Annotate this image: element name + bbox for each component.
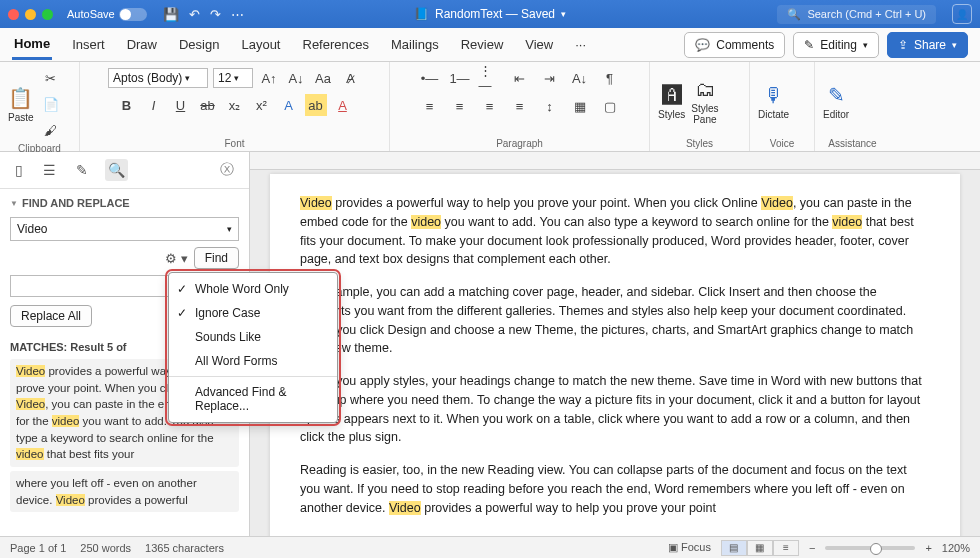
italic-button[interactable]: I — [143, 94, 165, 116]
redo-icon[interactable]: ↷ — [210, 7, 221, 22]
paragraph[interactable]: When you apply styles, your headings cha… — [300, 372, 930, 447]
editor-button[interactable]: ✎Editor — [823, 83, 849, 120]
line-spacing-icon[interactable]: ↕ — [539, 95, 561, 117]
editor-icon: ✎ — [828, 83, 845, 107]
menu-sounds-like[interactable]: Sounds Like — [169, 325, 337, 349]
menu-whole-word[interactable]: Whole Word Only — [169, 277, 337, 301]
thumbnails-icon[interactable]: ▯ — [12, 159, 26, 181]
search-tab-icon[interactable]: 🔍 — [105, 159, 128, 181]
menu-ignore-case[interactable]: Ignore Case — [169, 301, 337, 325]
editing-mode-button[interactable]: ✎Editing▾ — [793, 32, 879, 58]
document-page[interactable]: Video provides a powerful way to help yo… — [270, 174, 960, 536]
tab-layout[interactable]: Layout — [239, 31, 282, 58]
close-pane-icon[interactable]: ⓧ — [217, 158, 237, 182]
shading-icon[interactable]: ▦ — [569, 95, 591, 117]
minimize-window-icon[interactable] — [25, 9, 36, 20]
share-button[interactable]: ⇪Share▾ — [887, 32, 968, 58]
bold-button[interactable]: B — [116, 94, 138, 116]
zoom-value[interactable]: 120% — [942, 542, 970, 554]
search-box[interactable]: 🔍 Search (Cmd + Ctrl + U) — [777, 5, 936, 24]
cut-icon[interactable]: ✂ — [40, 67, 62, 89]
clear-formatting-icon[interactable]: A̷ — [339, 67, 361, 89]
styles-pane-icon: 🗂 — [695, 78, 715, 101]
styles-pane-button[interactable]: 🗂Styles Pane — [691, 78, 718, 125]
toggle-switch-icon[interactable] — [119, 8, 147, 21]
decrease-indent-icon[interactable]: ⇤ — [509, 67, 531, 89]
tab-insert[interactable]: Insert — [70, 31, 107, 58]
shrink-font-icon[interactable]: A↓ — [285, 67, 307, 89]
borders-icon[interactable]: ▢ — [599, 95, 621, 117]
zoom-in-icon[interactable]: + — [925, 542, 931, 554]
web-layout-view-icon[interactable]: ▦ — [747, 540, 773, 556]
show-marks-icon[interactable]: ¶ — [599, 67, 621, 89]
outline-view-icon[interactable]: ≡ — [773, 540, 799, 556]
find-button[interactable]: Find — [194, 247, 239, 269]
ruler[interactable] — [250, 152, 980, 170]
replace-all-button[interactable]: Replace All — [10, 305, 92, 327]
zoom-out-icon[interactable]: − — [809, 542, 815, 554]
tab-mailings[interactable]: Mailings — [389, 31, 441, 58]
grow-font-icon[interactable]: A↑ — [258, 67, 280, 89]
status-chars[interactable]: 1365 characters — [145, 542, 224, 554]
dictate-button[interactable]: 🎙Dictate — [758, 84, 789, 120]
subscript-icon[interactable]: x₂ — [224, 94, 246, 116]
zoom-slider[interactable] — [825, 546, 915, 550]
format-painter-icon[interactable]: 🖌 — [40, 119, 62, 141]
document-title[interactable]: 📘 RandomText — Saved ▾ — [414, 7, 566, 21]
status-page[interactable]: Page 1 of 1 — [10, 542, 66, 554]
superscript-icon[interactable]: x² — [251, 94, 273, 116]
titlebar: AutoSave 💾 ↶ ↷ ⋯ 📘 RandomText — Saved ▾ … — [0, 0, 980, 28]
tab-home[interactable]: Home — [12, 30, 52, 60]
close-window-icon[interactable] — [8, 9, 19, 20]
align-left-icon[interactable]: ≡ — [419, 95, 441, 117]
align-right-icon[interactable]: ≡ — [479, 95, 501, 117]
menu-all-word-forms[interactable]: All Word Forms — [169, 349, 337, 373]
bullets-icon[interactable]: •— — [419, 67, 441, 89]
paste-button[interactable]: 📋Paste — [8, 86, 34, 123]
find-input[interactable]: Video ▾ — [10, 217, 239, 241]
justify-icon[interactable]: ≡ — [509, 95, 531, 117]
paragraph[interactable]: For example, you can add a matching cove… — [300, 283, 930, 358]
tab-design[interactable]: Design — [177, 31, 221, 58]
paragraph[interactable]: Reading is easier, too, in the new Readi… — [300, 461, 930, 517]
tab-view[interactable]: View — [523, 31, 555, 58]
comments-button[interactable]: 💬Comments — [684, 32, 785, 58]
copy-icon[interactable]: 📄 — [40, 93, 62, 115]
maximize-window-icon[interactable] — [42, 9, 53, 20]
share-icon: ⇪ — [898, 38, 908, 52]
text-effects-icon[interactable]: A — [278, 94, 300, 116]
pencil-icon: ✎ — [804, 38, 814, 52]
result-item[interactable]: where you left off - even on another dev… — [10, 471, 239, 512]
font-color-icon[interactable]: A — [332, 94, 354, 116]
styles-button[interactable]: 🅰Styles — [658, 84, 685, 120]
save-icon[interactable]: 💾 — [163, 7, 179, 22]
align-center-icon[interactable]: ≡ — [449, 95, 471, 117]
numbering-icon[interactable]: 1— — [449, 67, 471, 89]
strikethrough-button[interactable]: ab — [197, 94, 219, 116]
font-name-select[interactable]: Aptos (Body)▾ — [108, 68, 208, 88]
tab-references[interactable]: References — [301, 31, 371, 58]
find-options-gear-icon[interactable]: ⚙ ▾ — [165, 251, 188, 266]
increase-indent-icon[interactable]: ⇥ — [539, 67, 561, 89]
menu-advanced[interactable]: Advanced Find & Replace... — [169, 380, 337, 418]
qat-more-icon[interactable]: ⋯ — [231, 7, 244, 22]
font-size-select[interactable]: 12▾ — [213, 68, 253, 88]
group-styles-label: Styles — [658, 138, 741, 149]
change-case-icon[interactable]: Aa — [312, 67, 334, 89]
reviewing-icon[interactable]: ✎ — [73, 159, 91, 181]
tab-review[interactable]: Review — [459, 31, 506, 58]
autosave-toggle[interactable]: AutoSave — [67, 8, 147, 21]
user-account-icon[interactable]: 👤 — [952, 4, 972, 24]
tabs-overflow[interactable]: ··· — [573, 31, 588, 58]
status-words[interactable]: 250 words — [80, 542, 131, 554]
headings-icon[interactable]: ☰ — [40, 159, 59, 181]
highlight-color-icon[interactable]: ab — [305, 94, 327, 116]
tab-draw[interactable]: Draw — [125, 31, 159, 58]
multilevel-list-icon[interactable]: ⋮— — [479, 67, 501, 89]
underline-button[interactable]: U — [170, 94, 192, 116]
paragraph[interactable]: Video provides a powerful way to help yo… — [300, 194, 930, 269]
sort-icon[interactable]: A↓ — [569, 67, 591, 89]
focus-mode-button[interactable]: ▣ Focus — [668, 541, 711, 554]
print-layout-view-icon[interactable]: ▤ — [721, 540, 747, 556]
undo-icon[interactable]: ↶ — [189, 7, 200, 22]
